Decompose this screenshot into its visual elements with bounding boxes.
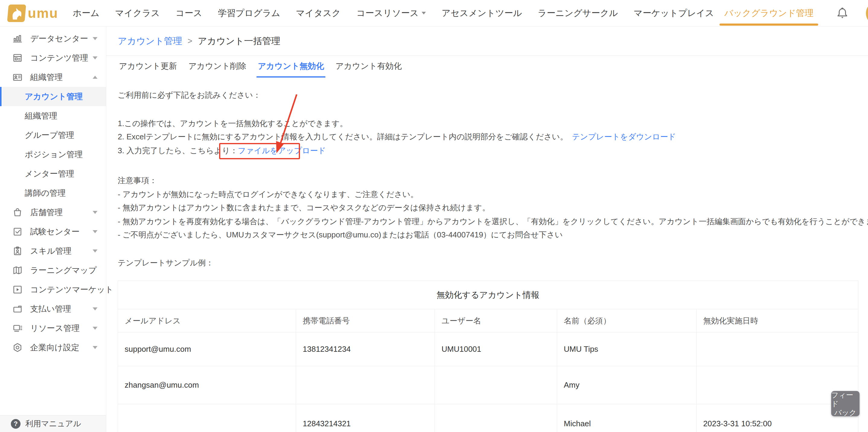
chevron-down-icon bbox=[422, 12, 426, 14]
sidebar-menu: データセンター コンテンツ管理 組織管理 アカウント管理 bbox=[0, 27, 106, 357]
chevron-down-icon bbox=[93, 346, 97, 349]
table-cell: UMU10001 bbox=[435, 332, 557, 366]
sidebar-item-learning-map[interactable]: ラーニングマップ bbox=[0, 261, 106, 280]
breadcrumb-account-management-link[interactable]: アカウント管理 bbox=[118, 35, 182, 47]
nav-item-courses[interactable]: コース bbox=[168, 7, 210, 19]
map-icon bbox=[12, 265, 23, 276]
note-item: - ご不明点がございましたら、UMUカスタマーサクセス(support@umu.… bbox=[118, 230, 868, 239]
table-cell bbox=[296, 366, 435, 404]
sample-label: テンプレートサンプル例： bbox=[118, 258, 868, 267]
notification-bell-icon[interactable] bbox=[836, 7, 849, 20]
document-layout-icon bbox=[12, 53, 23, 63]
hexagon-settings-icon bbox=[12, 342, 23, 353]
table-row: zhangsan@umu.com Amy bbox=[118, 366, 858, 404]
table-cell bbox=[696, 332, 858, 366]
sidebar-item-data-center[interactable]: データセンター bbox=[0, 29, 106, 48]
nav-item-course-resources[interactable]: コースリソース bbox=[349, 7, 434, 19]
nav-item-my-class[interactable]: マイクラス bbox=[107, 7, 167, 19]
table-cell: zhangsan@umu.com bbox=[118, 366, 296, 404]
column-header-phone: 携帯電話番号 bbox=[296, 309, 435, 332]
sidebar-item-content-market[interactable]: コンテンツマーケット bbox=[0, 280, 106, 299]
column-header-name: 名前（必須） bbox=[557, 309, 696, 332]
unicorn-logo-icon bbox=[7, 4, 26, 22]
sidebar-item-org-management-sub[interactable]: 組織管理 bbox=[0, 106, 106, 126]
sidebar-item-resource-management[interactable]: リソース管理 bbox=[0, 319, 106, 338]
feedback-button[interactable]: フィード バック bbox=[831, 391, 860, 416]
breadcrumb: アカウント管理 > アカウント一括管理 bbox=[106, 27, 868, 56]
resource-layout-icon bbox=[12, 323, 23, 334]
primary-nav: ホーム マイクラス コース 学習プログラム マイタスク コースリソース アセスメ… bbox=[65, 7, 722, 19]
table-cell: UMU Tips bbox=[557, 332, 696, 366]
nav-item-background-admin-active[interactable]: バックグラウンド管理 bbox=[722, 0, 816, 27]
umu-logo[interactable]: umu bbox=[8, 4, 58, 22]
notes-title: 注意事項： bbox=[118, 176, 868, 185]
sidebar-item-organization-management[interactable]: 組織管理 bbox=[0, 68, 106, 87]
sidebar-item-content-management[interactable]: コンテンツ管理 bbox=[0, 48, 106, 68]
table-cell: Amy bbox=[557, 366, 696, 404]
table-title-row: 無効化するアカウント情報 bbox=[118, 281, 858, 309]
tab-account-deactivate-active[interactable]: アカウント無効化 bbox=[256, 56, 325, 77]
chevron-down-icon bbox=[93, 327, 97, 330]
admin-sidebar: データセンター コンテンツ管理 組織管理 アカウント管理 bbox=[0, 27, 106, 432]
nav-item-my-tasks[interactable]: マイタスク bbox=[288, 7, 349, 19]
sidebar-item-account-management-active[interactable]: アカウント管理 bbox=[0, 87, 106, 106]
sidebar-item-payment-management[interactable]: 支払い管理 bbox=[0, 299, 106, 319]
sidebar-item-enterprise-settings[interactable]: 企業向け設定 bbox=[0, 338, 106, 357]
table-cell bbox=[118, 404, 296, 432]
tab-account-delete[interactable]: アカウント削除 bbox=[187, 56, 247, 77]
umu-admin-screen: umu ホーム マイクラス コース 学習プログラム マイタスク コースリソース … bbox=[0, 0, 868, 432]
note-item: - 無効アカウントはアカウント数に含まれたままで、コースやタスクなどのデータは保… bbox=[118, 203, 868, 212]
chevron-up-icon bbox=[93, 76, 97, 79]
chevron-down-icon bbox=[93, 307, 97, 310]
download-template-link[interactable]: テンプレートをダウンロード bbox=[572, 132, 676, 141]
nav-item-marketplace[interactable]: マーケットプレイス bbox=[626, 7, 722, 19]
column-header-deactivation-time: 無効化実施日時 bbox=[696, 309, 858, 332]
table-row: support@umu.com 13812341234 UMU10001 UMU… bbox=[118, 332, 858, 366]
nav-item-assessment-tools[interactable]: アセスメントツール bbox=[434, 7, 530, 19]
table-cell: support@umu.com bbox=[118, 332, 296, 366]
sidebar-item-exam-center[interactable]: 試験センター bbox=[0, 222, 106, 241]
top-navigation-bar: umu ホーム マイクラス コース 学習プログラム マイタスク コースリソース … bbox=[0, 0, 868, 27]
sidebar-item-store-management[interactable]: 店舗管理 bbox=[0, 203, 106, 222]
shopping-bag-icon bbox=[12, 207, 23, 218]
instructions-block: ご利用前に必ず下記をお読みください： 1.この操作では、アカウントを一括無効化す… bbox=[106, 91, 868, 432]
chevron-down-icon bbox=[93, 37, 97, 40]
checkbox-icon bbox=[12, 226, 23, 237]
nav-item-home[interactable]: ホーム bbox=[65, 7, 107, 19]
id-card-icon bbox=[12, 72, 23, 82]
step2-text: 2. Excelテンプレートに無効にするアカウント情報を入力してください。詳細は… bbox=[118, 132, 868, 141]
avatar-unicorn-icon bbox=[866, 1, 868, 25]
sidebar-item-instructor-management[interactable]: 講師の管理 bbox=[0, 184, 106, 203]
wallet-icon bbox=[12, 303, 23, 314]
nav-item-learning-circle[interactable]: ラーニングサークル bbox=[530, 7, 626, 19]
user-avatar[interactable]: LV.10 bbox=[866, 1, 868, 25]
chevron-down-icon bbox=[93, 230, 97, 233]
play-square-icon bbox=[12, 284, 23, 295]
intro-text: ご利用前に必ず下記をお読みください： bbox=[118, 91, 868, 100]
breadcrumb-separator: > bbox=[188, 36, 192, 46]
user-manual-label: 利用マニュアル bbox=[25, 419, 81, 429]
column-header-email: メールアドレス bbox=[118, 309, 296, 332]
sidebar-item-mentor-management[interactable]: メンター管理 bbox=[0, 164, 106, 184]
tab-account-update[interactable]: アカウント更新 bbox=[118, 56, 178, 77]
table-header-row: メールアドレス 携帯電話番号 ユーザー名 名前（必須） 無効化実施日時 bbox=[118, 309, 858, 332]
user-manual-link[interactable]: ? 利用マニュアル bbox=[0, 415, 106, 432]
chevron-down-icon bbox=[93, 211, 97, 214]
nav-item-learning-program[interactable]: 学習プログラム bbox=[210, 7, 288, 19]
sidebar-item-group-management[interactable]: グループ管理 bbox=[0, 126, 106, 145]
table-cell bbox=[435, 404, 557, 432]
table-cell: 12843214321 bbox=[296, 404, 435, 432]
question-mark-icon: ? bbox=[11, 419, 21, 429]
table-cell: 13812341234 bbox=[296, 332, 435, 366]
step1-text: 1.この操作では、アカウントを一括無効化することができます。 bbox=[118, 119, 868, 128]
table-cell bbox=[435, 366, 557, 404]
bar-chart-icon bbox=[12, 33, 23, 44]
table-row: 12843214321 Michael 2023-3-31 10:52:00 bbox=[118, 404, 858, 432]
step3-text: 3. 入力完了したら、こちらより：ファイルをアップロード bbox=[118, 146, 868, 155]
upload-file-link[interactable]: ファイルをアップロード bbox=[238, 146, 326, 155]
breadcrumb-current-page: アカウント一括管理 bbox=[198, 35, 280, 47]
chevron-down-icon bbox=[93, 57, 97, 60]
sidebar-item-skill-management[interactable]: スキル管理 bbox=[0, 241, 106, 261]
tab-account-activate[interactable]: アカウント有効化 bbox=[334, 56, 403, 77]
sidebar-item-position-management[interactable]: ポジション管理 bbox=[0, 145, 106, 164]
